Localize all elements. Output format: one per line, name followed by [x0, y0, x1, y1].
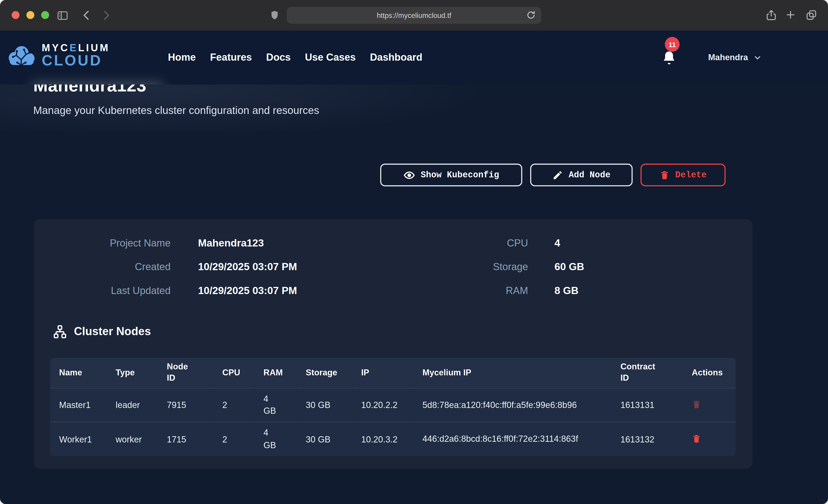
cell-mycelium-ip: 446:d2a6:8bcd:8c16:ff0f:72e2:3114:863f: [413, 422, 612, 456]
cell-ip: 10.20.2.2: [352, 388, 414, 422]
cell-type: leader: [107, 388, 158, 422]
add-node-button[interactable]: Add Node: [530, 164, 633, 186]
user-menu[interactable]: Mahendra: [708, 31, 761, 84]
cell-storage: 30 GB: [297, 422, 352, 456]
table-header-row: Name Type Node ID CPU RAM Storage IP Myc…: [50, 358, 736, 388]
eye-icon: [403, 169, 415, 181]
info-label: Storage: [465, 261, 528, 273]
info-value: 8 GB: [554, 285, 671, 297]
cell-contract-id: 1613131: [612, 388, 683, 422]
table-row: Master1 leader 7915 2 4 GB 30 GB 10.20.2…: [50, 388, 736, 422]
info-value: 10/29/2025 03:07 PM: [198, 261, 357, 273]
cell-node-id: 7915: [158, 388, 213, 422]
cluster-info-card: Project Name Mahendra123 Created 10/29/2…: [34, 219, 752, 469]
table-row: Worker1 worker 1715 2 4 GB 30 GB 10.20.3…: [50, 422, 736, 456]
trash-icon: [692, 399, 701, 410]
delete-node-button[interactable]: [692, 433, 701, 446]
nav-docs[interactable]: Docs: [266, 52, 291, 64]
new-tab-icon[interactable]: [785, 9, 796, 21]
forward-icon[interactable]: [100, 9, 112, 21]
cell-storage: 30 GB: [297, 388, 352, 422]
info-value: 10/29/2025 03:07 PM: [198, 285, 357, 297]
add-node-label: Add Node: [569, 170, 611, 180]
col-actions: Actions: [683, 358, 736, 388]
chevron-down-icon: [753, 53, 762, 62]
stage: https://myceliumcloud.tf Mahendra123: [0, 0, 828, 504]
show-kubeconfig-label: Show Kubeconfig: [421, 170, 499, 180]
nav-features[interactable]: Features: [210, 52, 252, 64]
info-label: Project Name: [64, 237, 170, 249]
col-name: Name: [50, 358, 107, 388]
delete-cluster-button[interactable]: Delete: [640, 164, 726, 186]
main-nav: Home Features Docs Use Cases Dashboard: [168, 31, 422, 84]
cell-ram: 4 GB: [255, 388, 297, 422]
notification-bell-icon[interactable]: [661, 50, 677, 69]
close-window-button[interactable]: [12, 11, 19, 19]
mycelium-cloud-logo-icon: [6, 42, 37, 69]
traffic-lights: [12, 11, 49, 19]
cluster-nodes-heading: Cluster Nodes: [53, 325, 151, 339]
nav-home[interactable]: Home: [168, 52, 196, 64]
back-icon[interactable]: [81, 9, 93, 21]
header-blur-smudge: [31, 82, 164, 84]
address-bar[interactable]: https://myceliumcloud.tf: [287, 7, 541, 24]
col-contract-id: Contract ID: [612, 358, 683, 388]
cluster-nodes-title: Cluster Nodes: [74, 325, 151, 338]
user-name: Mahendra: [708, 53, 748, 62]
trash-icon: [659, 170, 669, 180]
col-mycelium-ip: Mycelium IP: [413, 358, 612, 388]
notification-count-badge: 11: [665, 37, 679, 52]
info-value: 60 GB: [554, 261, 671, 273]
logo[interactable]: MYCELIUM CLOUD: [6, 42, 110, 69]
cell-ip: 10.20.3.2: [352, 422, 414, 456]
nav-use-cases[interactable]: Use Cases: [305, 52, 356, 64]
cell-mycelium-ip: 5d8:78ea:a120:f40c:ff0f:a5fe:99e6:8b96: [413, 388, 612, 422]
col-node-id: Node ID: [158, 358, 213, 388]
url-text: https://myceliumcloud.tf: [377, 11, 451, 19]
info-value: Mahendra123: [198, 237, 357, 249]
cell-actions: [683, 388, 736, 422]
nodes-table-wrap: Name Type Node ID CPU RAM Storage IP Myc…: [50, 358, 736, 456]
cluster-info-right: CPU 4 Storage 60 GB RAM 8 GB: [465, 231, 671, 302]
page-content: Mahendra123: [0, 31, 828, 504]
cell-ram: 4 GB: [255, 422, 297, 456]
col-ip: IP: [352, 358, 414, 388]
privacy-shield-icon[interactable]: [270, 9, 280, 22]
cluster-info-left: Project Name Mahendra123 Created 10/29/2…: [64, 231, 357, 302]
col-storage: Storage: [297, 358, 352, 388]
share-icon[interactable]: [765, 8, 778, 22]
col-ram: RAM: [255, 358, 297, 388]
sidebar-toggle-icon[interactable]: [56, 9, 69, 22]
col-type: Type: [107, 358, 158, 388]
cell-cpu: 2: [213, 388, 254, 422]
info-label: Last Updated: [64, 285, 170, 297]
tab-overview-icon[interactable]: [805, 9, 818, 21]
info-value: 4: [554, 237, 671, 249]
cell-name: Master1: [50, 388, 107, 422]
trash-icon: [692, 433, 701, 444]
delete-node-button[interactable]: [692, 399, 701, 411]
cell-type: worker: [107, 422, 158, 456]
minimize-window-button[interactable]: [27, 11, 34, 19]
nav-dashboard[interactable]: Dashboard: [370, 52, 422, 64]
show-kubeconfig-button[interactable]: Show Kubeconfig: [380, 164, 522, 186]
network-icon: [53, 325, 67, 339]
cluster-actions: Show Kubeconfig Add Node Delete: [34, 164, 726, 186]
info-label: Created: [64, 261, 170, 273]
cell-node-id: 1715: [158, 422, 213, 456]
cell-name: Worker1: [50, 422, 107, 456]
site-header: MYCELIUM CLOUD Home Features Docs Use Ca…: [0, 31, 828, 84]
logo-wordmark: MYCELIUM CLOUD: [42, 43, 110, 68]
pencil-icon: [552, 170, 563, 180]
info-label: RAM: [465, 285, 528, 297]
browser-window: https://myceliumcloud.tf Mahendra123: [0, 0, 828, 504]
info-label: CPU: [465, 237, 528, 249]
col-cpu: CPU: [213, 358, 254, 388]
nodes-table: Name Type Node ID CPU RAM Storage IP Myc…: [50, 358, 736, 456]
zoom-window-button[interactable]: [41, 11, 49, 19]
cell-cpu: 2: [213, 422, 254, 456]
cell-actions: [683, 422, 736, 456]
reload-icon[interactable]: [526, 10, 536, 22]
delete-label: Delete: [675, 170, 707, 180]
browser-chrome: https://myceliumcloud.tf: [0, 0, 828, 31]
